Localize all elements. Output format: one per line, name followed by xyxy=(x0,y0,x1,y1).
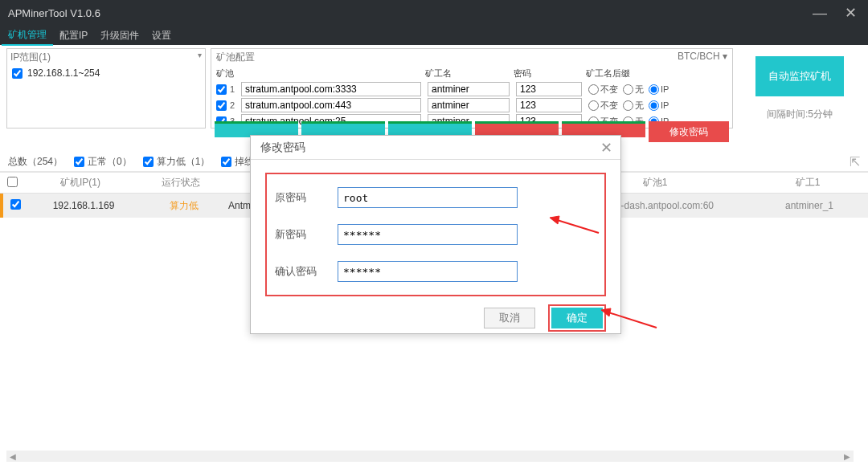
pool-row-2: 2 不变 无 IP xyxy=(211,97,732,113)
coin-selector[interactable]: BTC/BCH ▾ xyxy=(678,51,727,64)
pool-row-checkbox[interactable] xyxy=(216,84,227,95)
ip-range-panel: IP范围(1) ▾ 192.168.1.1~254 xyxy=(6,48,206,128)
menu-settings[interactable]: 设置 xyxy=(145,27,178,45)
ok-button-highlight: 确定 xyxy=(548,304,606,332)
new-password-label: 新密码 xyxy=(270,227,338,242)
cell-worker: antminer_1 xyxy=(751,200,868,211)
pool-header-worker: 矿工名 xyxy=(425,67,514,80)
auto-monitor-button[interactable]: 自动监控矿机 xyxy=(755,56,844,96)
pool-row-1: 1 不变 无 IP xyxy=(211,81,732,97)
pool-worker-input[interactable] xyxy=(428,98,510,112)
dialog-title: 修改密码 xyxy=(260,141,305,155)
pool-row-checkbox[interactable] xyxy=(216,100,227,111)
cell-state: 算力低 xyxy=(140,199,228,213)
menu-miner-management[interactable]: 矿机管理 xyxy=(2,26,53,46)
confirm-password-label: 确认密码 xyxy=(270,264,338,279)
main-menubar: 矿机管理 配置IP 升级固件 设置 xyxy=(0,26,868,45)
total-count: 总数（254） xyxy=(8,155,63,169)
new-password-input[interactable] xyxy=(338,224,518,245)
form-highlight-box: 原密码 新密码 确认密码 xyxy=(265,173,606,296)
suffix-radio-none[interactable]: 无 xyxy=(623,84,644,96)
chevron-down-icon: ▾ xyxy=(723,51,727,62)
change-password-dialog: 修改密码 ✕ 原密码 新密码 确认密码 取消 确定 xyxy=(250,135,621,334)
ip-range-value: 192.168.1.1~254 xyxy=(27,67,100,79)
col-header-ip[interactable]: 矿机IP(1) xyxy=(24,176,137,190)
horizontal-scrollbar[interactable]: ◀ ▶ xyxy=(6,451,854,462)
app-title: APMinerTool V1.0.6 xyxy=(8,7,100,19)
chevron-down-icon[interactable]: ▾ xyxy=(198,51,202,64)
pool-url-input[interactable] xyxy=(241,82,421,96)
side-control-panel: 自动监控矿机 间隔时间:5分钟 xyxy=(738,48,862,128)
pool-url-input[interactable] xyxy=(241,98,421,112)
interval-label: 间隔时间:5分钟 xyxy=(767,108,833,121)
suffix-radio-unchanged[interactable]: 不变 xyxy=(588,84,618,96)
minimize-icon[interactable]: — xyxy=(809,2,831,24)
dialog-close-icon[interactable]: ✕ xyxy=(600,139,612,157)
filter-normal[interactable]: 正常（0） xyxy=(74,155,132,169)
ip-range-checkbox[interactable] xyxy=(12,68,23,79)
menu-upgrade-firmware[interactable]: 升级固件 xyxy=(94,27,145,45)
close-icon[interactable]: ✕ xyxy=(839,2,862,24)
export-icon[interactable]: ⇱ xyxy=(850,154,860,169)
pool-header-pool: 矿池 xyxy=(216,67,425,80)
ok-button[interactable]: 确定 xyxy=(551,308,603,328)
cell-ip: 192.168.1.169 xyxy=(27,200,140,211)
pool-header-suffix: 矿工名后缀 xyxy=(586,67,714,80)
pool-panel-label: 矿池配置 xyxy=(216,51,255,64)
row-checkbox[interactable] xyxy=(10,199,21,210)
confirm-password-input[interactable] xyxy=(338,261,518,282)
ip-panel-label: IP范围(1) xyxy=(10,51,51,64)
pool-worker-input[interactable] xyxy=(428,82,510,96)
pool-password-input[interactable] xyxy=(516,82,582,96)
window-titlebar: APMinerTool V1.0.6 — ✕ xyxy=(0,0,868,26)
suffix-radio-ip[interactable]: IP xyxy=(649,84,669,96)
grid-select-all[interactable] xyxy=(7,177,18,187)
old-password-input[interactable] xyxy=(338,187,518,208)
scroll-right-icon[interactable]: ▶ xyxy=(841,452,854,461)
ip-range-row[interactable]: 192.168.1.1~254 xyxy=(7,66,205,80)
cancel-button[interactable]: 取消 xyxy=(484,308,535,328)
filter-lowhash[interactable]: 算力低（1） xyxy=(143,155,211,169)
pool-header-password: 密码 xyxy=(514,67,586,80)
change-password-button[interactable]: 修改密码 xyxy=(649,121,729,142)
col-header-state[interactable]: 运行状态 xyxy=(137,176,225,190)
scroll-left-icon[interactable]: ◀ xyxy=(6,452,19,461)
col-header-worker[interactable]: 矿工1 xyxy=(747,176,868,190)
pool-password-input[interactable] xyxy=(516,98,582,112)
old-password-label: 原密码 xyxy=(270,190,338,205)
menu-config-ip[interactable]: 配置IP xyxy=(53,27,94,45)
suffix-radio-unchanged[interactable]: 不变 xyxy=(588,100,618,112)
suffix-radio-ip[interactable]: IP xyxy=(649,100,669,112)
pool-config-panel: 矿池配置 BTC/BCH ▾ 矿池 矿工名 密码 矿工名后缀 1 不变 无 IP… xyxy=(211,48,733,128)
suffix-radio-none[interactable]: 无 xyxy=(623,100,644,112)
